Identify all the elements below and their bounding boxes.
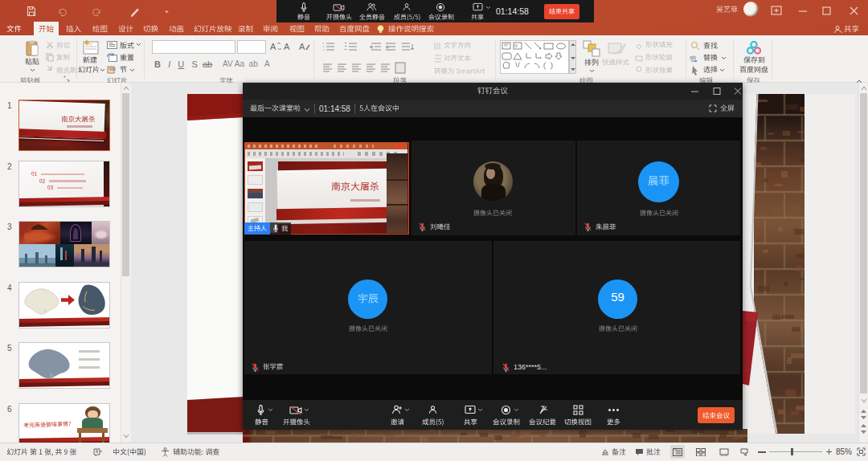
svg-text:A: A — [270, 42, 276, 51]
svg-text:A: A — [299, 42, 305, 51]
svg-text:ab: ab — [690, 55, 696, 60]
svg-text:A: A — [284, 42, 290, 51]
